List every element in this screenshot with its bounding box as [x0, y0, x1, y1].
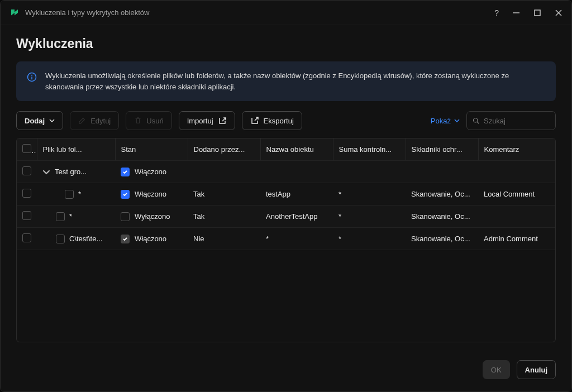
col-added[interactable]: Dodano przez... — [188, 138, 260, 161]
row-item-checkbox[interactable] — [65, 190, 74, 199]
cell-comment — [478, 205, 555, 228]
dialog-footer: OK Anuluj — [1, 351, 571, 391]
settings-window: Wykluczenia i typy wykrytych obiektów ? … — [0, 0, 572, 392]
cell-checksum: * — [333, 183, 406, 205]
app-logo-icon — [9, 8, 20, 18]
maximize-icon[interactable] — [533, 9, 541, 17]
toolbar: Dodaj Edytuj Usuń Importuj Eksportuj P — [16, 111, 556, 130]
export-icon — [250, 116, 259, 125]
cell-components: Skanowanie, Oc... — [406, 228, 478, 250]
cell-added: Tak — [188, 205, 260, 228]
col-state[interactable]: Stan — [115, 138, 188, 161]
row-checkbox[interactable] — [22, 189, 31, 198]
pencil-icon — [78, 117, 86, 125]
edit-label: Edytuj — [90, 117, 111, 125]
cell-comment — [478, 161, 555, 183]
state-text: Wyłączono — [135, 212, 170, 221]
row-checkbox[interactable] — [22, 211, 31, 220]
svg-point-7 — [473, 118, 477, 122]
cell-checksum: * — [333, 205, 406, 228]
file-path: C\test\te... — [69, 235, 102, 243]
cell-added: Tak — [188, 183, 260, 205]
row-checkbox[interactable] — [22, 166, 31, 175]
search-input[interactable] — [484, 117, 550, 125]
titlebar: Wykluczenia i typy wykrytych obiektów ? — [1, 1, 571, 25]
ok-button[interactable]: OK — [483, 360, 510, 379]
state-text: Włączono — [135, 168, 166, 176]
import-icon — [218, 116, 227, 125]
export-button[interactable]: Eksportuj — [242, 111, 302, 130]
content-area: Wykluczenia Wykluczenia umożliwiają okre… — [1, 25, 571, 351]
close-icon[interactable] — [555, 9, 563, 17]
show-filter[interactable]: Pokaż — [431, 117, 460, 125]
cell-name: * — [260, 228, 333, 250]
import-label: Importuj — [187, 117, 213, 125]
export-label: Eksportuj — [264, 117, 294, 125]
table-row[interactable]: C\test\te... Włączono Nie**Skanowanie, O… — [17, 228, 555, 250]
chevron-down-icon — [49, 118, 55, 123]
chevron-down-icon — [454, 118, 460, 123]
col-components[interactable]: Składniki ochr... — [406, 138, 478, 161]
cell-checksum — [333, 161, 406, 183]
table-row[interactable]: Test gro... Włączono — [17, 161, 555, 183]
table-row[interactable]: * Wyłączono TakAnotherTestApp*Skanowanie… — [17, 205, 555, 228]
info-banner: Wykluczenia umożliwiają określenie plikó… — [16, 61, 556, 101]
show-label: Pokaż — [431, 117, 451, 125]
row-item-checkbox[interactable] — [56, 235, 65, 243]
chevron-down-icon[interactable] — [42, 168, 50, 176]
svg-rect-1 — [535, 10, 540, 16]
delete-button[interactable]: Usuń — [126, 111, 171, 130]
table-row[interactable]: * Włączono TaktestApp*Skanowanie, Oc...L… — [17, 183, 555, 205]
add-label: Dodaj — [25, 117, 45, 125]
select-all-checkbox[interactable] — [22, 144, 31, 153]
help-icon[interactable]: ? — [494, 8, 499, 17]
cell-name: testApp — [260, 183, 333, 205]
row-checkbox[interactable] — [22, 233, 31, 242]
window-title: Wykluczenia i typy wykrytych obiektów — [25, 8, 494, 17]
cell-components: Skanowanie, Oc... — [406, 183, 478, 205]
cancel-button[interactable]: Anuluj — [517, 360, 556, 379]
col-checksum[interactable]: Suma kontroln... — [333, 138, 406, 161]
info-icon — [26, 71, 37, 83]
row-item-checkbox[interactable] — [56, 212, 65, 221]
window-controls: ? — [494, 8, 563, 17]
page-title: Wykluczenia — [16, 36, 556, 51]
cell-comment: Admin Comment — [478, 228, 555, 250]
col-file[interactable]: Plik lub fol... — [37, 138, 115, 161]
search-box[interactable] — [466, 111, 556, 130]
table-header-row: Plik lub fol... Stan Dodano przez... Naz… — [17, 138, 555, 161]
state-text: Włączono — [135, 190, 166, 198]
cell-added: Nie — [188, 228, 260, 250]
file-path: * — [69, 212, 72, 221]
delete-label: Usuń — [146, 117, 163, 125]
cell-components: Skanowanie, Oc... — [406, 205, 478, 228]
import-button[interactable]: Importuj — [179, 111, 235, 130]
exclusions-table: Plik lub fol... Stan Dodano przez... Naz… — [16, 138, 556, 342]
cell-checksum: * — [333, 228, 406, 250]
minimize-icon[interactable] — [512, 9, 520, 17]
col-name[interactable]: Nazwa obiektu — [260, 138, 333, 161]
info-text: Wykluczenia umożliwiają określenie plikó… — [45, 70, 546, 92]
col-comment[interactable]: Komentarz — [478, 138, 555, 161]
file-path: * — [78, 190, 81, 198]
cell-name — [260, 161, 333, 183]
edit-button[interactable]: Edytuj — [70, 111, 119, 130]
state-checkbox[interactable] — [121, 190, 130, 199]
file-path: Test gro... — [55, 168, 87, 176]
state-checkbox[interactable] — [121, 212, 130, 221]
svg-point-5 — [31, 75, 32, 76]
search-icon — [473, 117, 479, 125]
cell-components — [406, 161, 478, 183]
add-button[interactable]: Dodaj — [16, 111, 63, 130]
state-checkbox[interactable] — [121, 235, 130, 243]
cell-name: AnotherTestApp — [260, 205, 333, 228]
cell-added — [188, 161, 260, 183]
cell-comment: Local Comment — [478, 183, 555, 205]
state-text: Włączono — [135, 235, 166, 243]
state-checkbox[interactable] — [121, 168, 130, 176]
trash-icon — [134, 117, 142, 125]
svg-line-8 — [477, 122, 479, 123]
